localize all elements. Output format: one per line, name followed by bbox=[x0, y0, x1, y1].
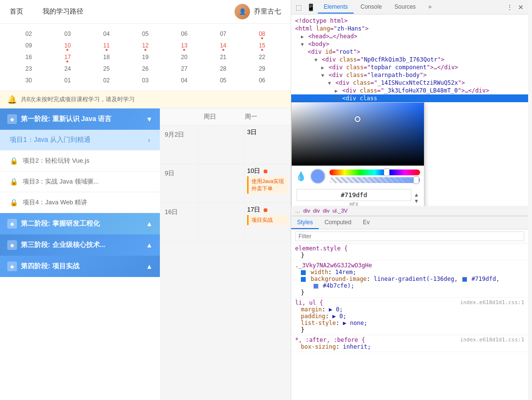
cal-cell[interactable]: 10 bbox=[48, 40, 86, 51]
triangle-icon: ▼ bbox=[301, 42, 304, 47]
cal-cell[interactable]: 23 bbox=[10, 63, 47, 74]
color-swatch-1[interactable] bbox=[462, 277, 467, 282]
dt-tab-console[interactable]: Console bbox=[355, 1, 388, 14]
tab-styles[interactable]: Styles bbox=[291, 216, 319, 229]
cal-cell[interactable]: 05 bbox=[204, 75, 242, 86]
triangle-icon: ▶ bbox=[335, 88, 338, 93]
cal-cell[interactable]: 21 bbox=[204, 52, 242, 62]
cal-cell[interactable]: 20 bbox=[165, 52, 203, 62]
cal-cell[interactable]: 02 bbox=[88, 75, 125, 86]
tag: <div class="topbar component">…</div> bbox=[325, 64, 458, 71]
cal-cell[interactable]: 25 bbox=[88, 63, 125, 74]
stage-1-label: 第一阶段: 重新认识 Java 语言 bbox=[21, 115, 111, 123]
tree-line[interactable]: ▶ <head>…</head> bbox=[291, 32, 528, 40]
nav-learning-path[interactable]: 我的学习路径 bbox=[43, 7, 83, 16]
event-badge-1[interactable]: 使用Java实现外卖下单 bbox=[247, 176, 288, 194]
tree-line[interactable]: <!doctype html> bbox=[291, 17, 528, 25]
stage-4: ◈ 第四阶段: 项目实战 ▲ bbox=[0, 256, 160, 277]
cal-cell[interactable]: 01 bbox=[48, 75, 86, 86]
tree-line-selected[interactable]: ▼ <div class bbox=[291, 94, 528, 102]
cal-cell[interactable]: 14 bbox=[204, 40, 242, 51]
tab-ev[interactable]: Ev bbox=[357, 216, 376, 229]
cal-cell[interactable]: 16 bbox=[10, 52, 47, 62]
color-cursor[interactable] bbox=[355, 116, 360, 122]
tab-computed[interactable]: Computed bbox=[319, 216, 357, 229]
project-1[interactable]: 项目1：Java 从入门到精通 › bbox=[0, 130, 160, 151]
dt-mobile-icon[interactable]: 📱 bbox=[305, 1, 317, 13]
alpha-slider[interactable] bbox=[329, 177, 420, 183]
tree-line[interactable]: ▼ <div class="Np0cfRkQim3b_I763Qotr"> bbox=[291, 56, 528, 63]
cal-cell[interactable]: 03 bbox=[126, 75, 164, 86]
cal-cell[interactable]: 04 bbox=[88, 29, 125, 39]
stage-2-arrow: ▲ bbox=[146, 220, 153, 228]
hex-input[interactable] bbox=[297, 189, 411, 201]
tree-line[interactable]: ▼ <body> bbox=[291, 40, 528, 48]
hex-up-button[interactable]: ▲ bbox=[414, 192, 419, 198]
hue-thumb[interactable] bbox=[384, 169, 390, 176]
tree-line[interactable]: <html lang="zh-Hans"> bbox=[291, 25, 528, 32]
cal-cell[interactable]: 22 bbox=[243, 52, 281, 62]
cal-cell[interactable]: 03 bbox=[48, 29, 86, 39]
cal-cell[interactable]: 09 bbox=[10, 40, 47, 51]
cal-cell[interactable]: 04 bbox=[165, 75, 203, 86]
cal-cell[interactable]: 08 bbox=[243, 29, 281, 39]
tree-line[interactable]: ▶ <div class="topbar component">…</div> bbox=[291, 63, 528, 71]
style-rule-element: element.style { } bbox=[291, 244, 528, 261]
cal-cell[interactable]: 18 bbox=[88, 52, 125, 62]
tree-line[interactable]: ▶ <div class="_3k3LfoHuX70_LB48mT_0">…</… bbox=[291, 87, 528, 94]
cal-cell[interactable]: 02 bbox=[10, 29, 47, 39]
hex-down-button[interactable]: ▼ bbox=[414, 198, 419, 204]
bc-ul[interactable]: ul._3V bbox=[332, 208, 347, 214]
tree-line[interactable]: <div id="root"> bbox=[291, 48, 528, 56]
cal-cell[interactable]: 12 bbox=[126, 40, 164, 51]
tag: <head>…</head> bbox=[305, 33, 357, 40]
stage-2-header[interactable]: ◈ 第二阶段: 掌握研发工程化 ▲ bbox=[0, 213, 160, 234]
notice-icon: 🔔 bbox=[7, 95, 17, 104]
dt-close-icon[interactable]: ✕ bbox=[516, 1, 526, 13]
event-badge-2[interactable]: 项目实战 bbox=[247, 215, 288, 225]
cal-cell[interactable]: 27 bbox=[165, 63, 203, 74]
checkbox-bg[interactable] bbox=[301, 277, 306, 282]
stage-3-header[interactable]: ◈ 第三阶段: 企业级核心技术... ▲ bbox=[0, 234, 160, 256]
stage-1-header[interactable]: ◈ 第一阶段: 重新认识 Java 语言 ▼ bbox=[0, 108, 160, 130]
schedule-row-1: 9月2日 3日 bbox=[160, 125, 291, 164]
dt-tab-sources[interactable]: Sources bbox=[389, 1, 422, 14]
color-swatch-2[interactable] bbox=[313, 284, 318, 289]
dt-settings-icon[interactable]: ⋮ bbox=[504, 1, 515, 13]
alpha-thumb[interactable] bbox=[413, 176, 419, 184]
dt-tab-more[interactable]: » bbox=[422, 1, 438, 14]
cal-cell[interactable]: 13 bbox=[165, 40, 203, 51]
bc-div2[interactable]: div bbox=[313, 208, 320, 214]
schedule-col-sun: 周日 bbox=[203, 112, 245, 121]
color-canvas[interactable] bbox=[292, 103, 424, 166]
cal-cell[interactable]: 29 bbox=[243, 63, 281, 74]
cal-cell[interactable]: 05 bbox=[126, 29, 164, 39]
bc-div3[interactable]: div bbox=[323, 208, 329, 214]
cal-cell[interactable]: 26 bbox=[126, 63, 164, 74]
checkbox-width[interactable] bbox=[301, 270, 306, 275]
eyedropper-button[interactable]: 💧 bbox=[296, 171, 306, 182]
cal-cell[interactable]: 30 bbox=[10, 75, 47, 86]
cal-cell[interactable]: 17 bbox=[48, 52, 86, 62]
stage-3-arrow: ▲ bbox=[146, 241, 153, 249]
cal-cell[interactable]: 07 bbox=[204, 29, 242, 39]
dt-tab-elements[interactable]: Elements bbox=[318, 1, 354, 14]
color-picker: 💧 HEX bbox=[291, 102, 424, 206]
dt-cursor-icon[interactable]: ⬚ bbox=[294, 1, 304, 13]
cal-cell[interactable]: 06 bbox=[243, 75, 281, 86]
cal-cell[interactable]: 24 bbox=[48, 63, 86, 74]
cal-cell[interactable]: 11 bbox=[88, 40, 125, 51]
style-selector: element.style { bbox=[295, 245, 347, 252]
tree-line[interactable]: ▼ <div class="learnpath-body"> bbox=[291, 71, 528, 79]
cal-cell[interactable]: 28 bbox=[204, 63, 242, 74]
cal-cell[interactable]: 06 bbox=[165, 29, 203, 39]
hue-slider[interactable] bbox=[329, 169, 420, 175]
style-indent: #4b7cfe); bbox=[301, 282, 354, 289]
tree-line[interactable]: ▼ <div class="_14ISNucxNteCtziRWuQ52x"> bbox=[291, 79, 528, 87]
filter-input[interactable] bbox=[295, 231, 524, 241]
nav-home[interactable]: 首页 bbox=[10, 7, 23, 16]
stage-4-header[interactable]: ◈ 第四阶段: 项目实战 ▲ bbox=[0, 256, 160, 277]
cal-cell[interactable]: 19 bbox=[126, 52, 164, 62]
cal-cell[interactable]: 15 bbox=[243, 40, 281, 51]
bc-div1[interactable]: div bbox=[303, 208, 310, 214]
